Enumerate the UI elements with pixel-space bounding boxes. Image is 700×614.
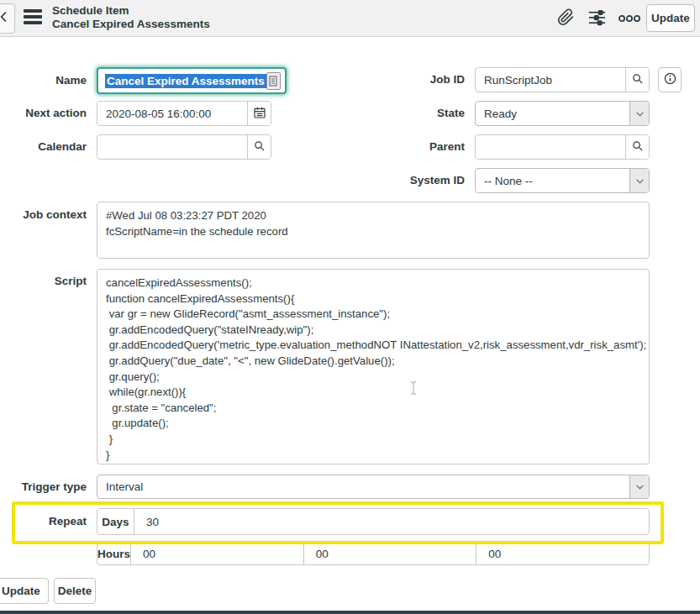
info-circle-icon bbox=[663, 71, 677, 89]
context-menu-icon[interactable] bbox=[24, 9, 42, 28]
job-context-textarea[interactable]: #Wed Jul 08 03:23:27 PDT 2020 fcScriptNa… bbox=[97, 202, 650, 259]
text-expand-icon[interactable] bbox=[266, 72, 281, 90]
system-id-selected-value: -- None -- bbox=[476, 169, 629, 192]
next-action-field: 2020-08-05 16:00:00 bbox=[97, 101, 271, 126]
parent-input[interactable] bbox=[476, 135, 625, 159]
hours-hh-input[interactable]: 00 bbox=[131, 543, 303, 564]
hours-mm-input[interactable]: 00 bbox=[303, 543, 476, 564]
header-update-button[interactable]: Update bbox=[646, 4, 695, 32]
name-input[interactable]: Cancel Expired Assessments bbox=[97, 67, 287, 94]
calendar-field bbox=[97, 134, 271, 160]
bottom-window-edge bbox=[0, 611, 700, 614]
magnifier-icon bbox=[631, 72, 644, 87]
trigger-type-selected-value: Interval bbox=[97, 475, 629, 498]
system-id-select[interactable]: -- None -- bbox=[475, 168, 650, 193]
date-picker-button[interactable] bbox=[247, 102, 271, 125]
back-button[interactable] bbox=[0, 3, 15, 34]
record-type-title: Schedule Item bbox=[52, 4, 129, 18]
three-circles-icon bbox=[618, 11, 641, 26]
more-options-button[interactable] bbox=[617, 8, 642, 29]
magnifier-icon bbox=[631, 139, 644, 155]
job-id-label: Job ID bbox=[372, 73, 465, 87]
state-selected-value: Ready bbox=[476, 102, 629, 125]
parent-lookup-button[interactable] bbox=[625, 135, 649, 159]
next-action-input[interactable]: 2020-08-05 16:00:00 bbox=[97, 102, 247, 125]
parent-label: Parent bbox=[372, 140, 465, 154]
system-id-label: System ID bbox=[372, 174, 465, 187]
hours-ss-input[interactable]: 00 bbox=[476, 543, 649, 564]
form-header: Schedule Item Cancel Expired Assessments bbox=[0, 0, 700, 37]
script-textarea[interactable]: cancelExpiredAssessments(); function can… bbox=[97, 269, 650, 464]
trigger-type-label: Trigger type bbox=[0, 480, 87, 494]
repeat-label: Repeat bbox=[0, 515, 87, 528]
magnifier-icon bbox=[253, 139, 266, 155]
schedule-item-form-screen: Schedule Item Cancel Expired Assessments bbox=[0, 0, 700, 614]
repeat-field: Days 30 bbox=[97, 508, 650, 535]
job-id-lookup-button[interactable] bbox=[625, 68, 649, 92]
chevron-down-icon bbox=[629, 169, 649, 192]
paperclip-icon bbox=[557, 8, 575, 29]
hours-unit-label: Hours bbox=[97, 543, 131, 564]
job-id-info-button[interactable] bbox=[658, 67, 682, 92]
repeat-unit-label: Days bbox=[97, 509, 134, 534]
record-name-subtitle: Cancel Expired Assessments bbox=[52, 18, 210, 31]
chevron-down-icon bbox=[629, 475, 649, 498]
repeat-days-input[interactable]: 30 bbox=[134, 509, 649, 534]
calendar-input[interactable] bbox=[97, 135, 247, 159]
calendar-icon bbox=[253, 106, 266, 122]
next-action-label: Next action bbox=[0, 107, 87, 120]
chevron-down-icon bbox=[629, 102, 649, 125]
footer-delete-button[interactable]: Delete bbox=[54, 578, 96, 604]
state-select[interactable]: Ready bbox=[475, 101, 650, 126]
personalize-form-button[interactable] bbox=[587, 8, 607, 29]
script-label: Script bbox=[0, 275, 87, 288]
hours-field: Hours 00 00 00 bbox=[97, 542, 650, 565]
calendar-lookup-button[interactable] bbox=[247, 135, 271, 159]
name-label: Name bbox=[0, 74, 87, 87]
state-label: State bbox=[372, 107, 465, 120]
name-value-selected: Cancel Expired Assessments bbox=[105, 74, 266, 88]
attachment-button[interactable] bbox=[555, 8, 576, 29]
chevron-left-icon bbox=[0, 10, 11, 27]
calendar-label: Calendar bbox=[0, 140, 87, 154]
trigger-type-select[interactable]: Interval bbox=[97, 475, 650, 499]
sliders-icon bbox=[587, 8, 607, 30]
job-id-input[interactable]: RunScriptJob bbox=[476, 68, 625, 92]
job-id-field: RunScriptJob bbox=[475, 67, 650, 92]
parent-field bbox=[475, 134, 650, 160]
job-context-label: Job context bbox=[0, 208, 87, 222]
footer-update-button[interactable]: Update bbox=[0, 578, 49, 604]
